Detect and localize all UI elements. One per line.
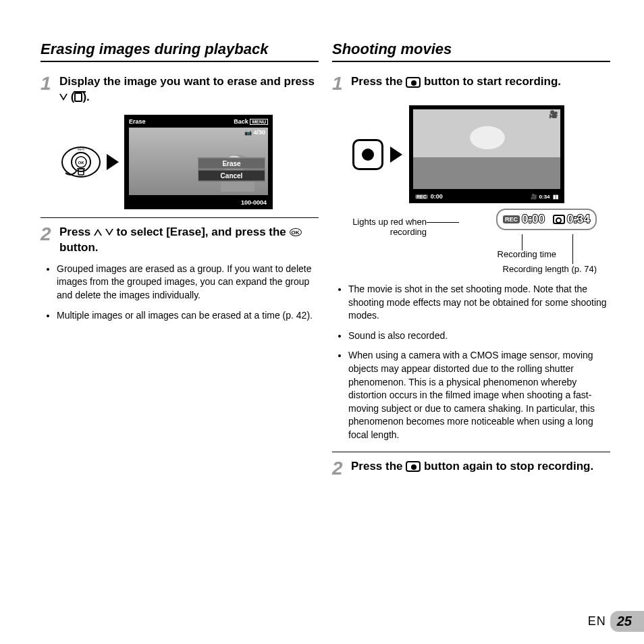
ok-button-icon: OK (290, 228, 302, 236)
down-triangle-icon (59, 94, 68, 101)
rec-label-zoom: REC (503, 215, 520, 223)
left-column: Erasing images during playback 1 Display… (41, 41, 319, 478)
step-number: 1 (41, 74, 55, 93)
step-1-right: 1 Press the button to start recording. 🎥… (332, 74, 610, 442)
bullet-item: Multiple images or all images can be era… (57, 309, 319, 323)
record-button-large-icon (352, 139, 383, 170)
section-title-erasing: Erasing images during playback (41, 41, 319, 62)
dpad-control-icon: OK INFO (61, 142, 101, 182)
arrow-right-icon (390, 146, 402, 163)
step-2-right: 2 Press the button again to stop recordi… (332, 452, 610, 478)
dialog-option-cancel: Cancel (198, 169, 265, 181)
step-text: Press the button again to stop recording… (351, 459, 610, 475)
camera-screen-erase: Erase Back MENU 📷 4/30 Erase Cancel 100-… (124, 115, 273, 209)
section-title-movies: Shooting movies (332, 41, 610, 62)
bullet-list: Grouped images are erased as a group. If… (57, 263, 319, 322)
svg-text:OK: OK (78, 161, 85, 165)
rec-time-zoom: 0:00 (522, 213, 545, 226)
page-number: 25 (610, 611, 644, 632)
menu-icon: MENU (250, 119, 268, 125)
rec-time: 0:00 (431, 193, 443, 200)
camera-small-icon (553, 215, 565, 224)
screen-back-label: Back MENU (234, 118, 268, 125)
bullet-item: Grouped images are erased as a group. If… (57, 263, 319, 302)
step-number: 1 (332, 74, 347, 93)
label-lights-red: Lights up red when recording (332, 217, 427, 237)
language-label: EN (588, 614, 606, 628)
file-number: 100-0004 (241, 199, 267, 206)
callout-diagram: Lights up red when recording REC 0:00 0:… (332, 209, 610, 276)
step-1-left: 1 Display the image you want to erase an… (41, 74, 319, 209)
figure-row-movie: 🎥 REC 0:00 🎥 0:34 ▮▮ (352, 105, 610, 203)
up-triangle-icon (94, 229, 102, 236)
label-recording-time: Recording time (498, 249, 556, 259)
down-triangle-icon (105, 229, 113, 236)
screen-erase-label: Erase (129, 118, 146, 125)
record-button-icon (406, 77, 421, 88)
step-text: Display the image you want to erase and … (59, 74, 319, 105)
arrow-right-icon (107, 154, 119, 170)
record-button-icon (406, 461, 421, 472)
dialog-option-erase: Erase (198, 157, 265, 169)
movie-preview-image (413, 109, 560, 189)
camera-screen-movie: 🎥 REC 0:00 🎥 0:34 ▮▮ (409, 105, 564, 203)
bullet-item: Sound is also recorded. (348, 329, 610, 343)
bullet-list: The movie is shot in the set shooting mo… (348, 283, 610, 442)
svg-text:INFO: INFO (78, 148, 84, 151)
zoom-detail: REC 0:00 0:34 (496, 209, 597, 230)
rec-indicator: REC (415, 194, 428, 199)
step-number: 2 (332, 459, 347, 478)
bullet-item: When using a camera with a CMOS image se… (348, 349, 610, 441)
page-footer: EN 25 (588, 611, 644, 632)
step-2-left: 2 Press to select [Erase], and press the… (41, 217, 319, 322)
step-text: Press the button to start recording. (351, 74, 610, 90)
right-column: Shooting movies 1 Press the button to st… (332, 41, 610, 478)
step-number: 2 (41, 225, 55, 244)
image-counter: 📷 4/30 (244, 129, 265, 136)
trash-icon (74, 92, 82, 102)
rec-remaining: 🎥 0:34 ▮▮ (531, 194, 558, 200)
movie-mode-icon: 🎥 (549, 110, 558, 119)
erase-dialog: Erase Cancel (198, 157, 265, 182)
label-recording-length: Recording length (p. 74) (503, 264, 597, 274)
bullet-item: The movie is shot in the set shooting mo… (348, 283, 610, 323)
figure-row-erase: OK INFO Erase Back MENU 📷 4/30 (61, 115, 319, 209)
step-text: Press to select [Erase], and press the O… (59, 225, 319, 256)
rec-length-zoom: 0:34 (567, 213, 590, 226)
